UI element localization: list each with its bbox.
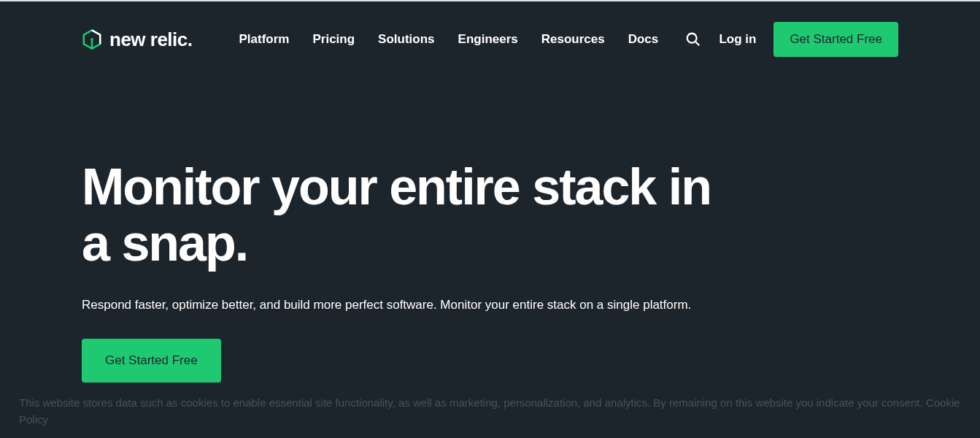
svg-point-0 bbox=[90, 38, 93, 41]
site-header: new relic. Platform Pricing Solutions En… bbox=[0, 1, 980, 72]
nav-platform[interactable]: Platform bbox=[239, 32, 290, 47]
nav-engineers[interactable]: Engineers bbox=[458, 32, 518, 47]
primary-nav: Platform Pricing Solutions Engineers Res… bbox=[239, 32, 659, 47]
hero-title: Monitor your entire stack in a snap. bbox=[82, 159, 738, 272]
svg-point-1 bbox=[687, 34, 697, 43]
search-icon[interactable] bbox=[685, 31, 701, 47]
brand-logo[interactable]: new relic. bbox=[82, 28, 193, 51]
nav-solutions[interactable]: Solutions bbox=[378, 32, 434, 47]
hero-subtitle: Respond faster, optimize better, and bui… bbox=[82, 298, 898, 312]
cookie-banner: This website stores data such as cookies… bbox=[0, 385, 980, 438]
hero-section: Monitor your entire stack in a snap. Res… bbox=[0, 72, 980, 383]
nav-resources[interactable]: Resources bbox=[541, 32, 605, 47]
login-link[interactable]: Log in bbox=[719, 32, 756, 47]
brand-name: new relic. bbox=[109, 28, 193, 51]
new-relic-logo-icon bbox=[82, 29, 102, 50]
cookie-banner-text: This website stores data such as cookies… bbox=[19, 396, 926, 409]
hero-cta-button[interactable]: Get Started Free bbox=[82, 339, 221, 383]
header-actions: Log in Get Started Free bbox=[685, 22, 898, 57]
nav-pricing[interactable]: Pricing bbox=[312, 32, 355, 47]
nav-docs[interactable]: Docs bbox=[628, 32, 659, 47]
header-cta-button[interactable]: Get Started Free bbox=[773, 22, 898, 57]
svg-line-2 bbox=[695, 42, 700, 46]
